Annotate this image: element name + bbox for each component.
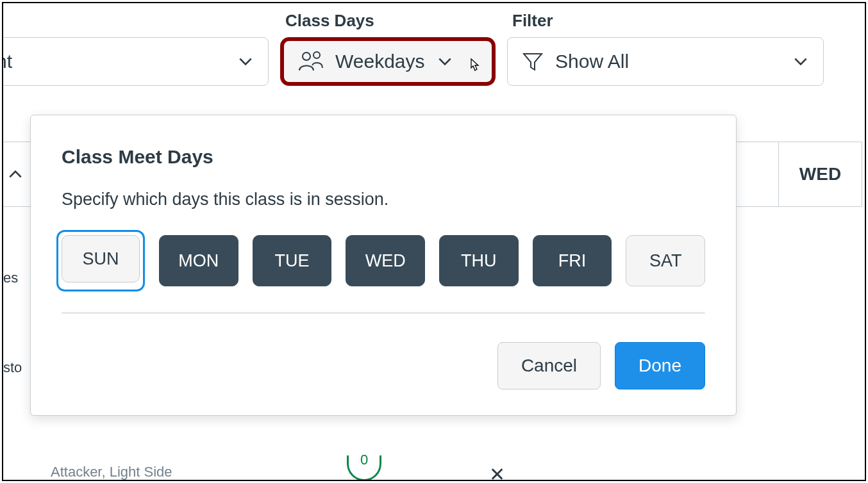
day-toggle-tue[interactable]: TUE xyxy=(253,235,332,286)
svg-point-1 xyxy=(313,52,320,58)
day-toggle-fri[interactable]: FRI xyxy=(533,235,612,286)
popover-title: Class Meet Days xyxy=(62,146,705,168)
table-row: Attacker, Light Side xyxy=(42,461,747,481)
day-toggle-row: SUN MON TUE WED THU FRI SAT xyxy=(62,235,705,286)
popover-description: Specify which days this class is in sess… xyxy=(62,190,705,209)
divider xyxy=(62,312,705,314)
chevron-down-icon xyxy=(237,53,254,70)
filter-dropdown[interactable]: Show All xyxy=(507,37,824,86)
student-column: ident xyxy=(2,11,269,86)
chevron-down-icon xyxy=(437,53,453,70)
attendance-absent-icon: ✕ xyxy=(489,463,505,481)
people-icon xyxy=(298,50,324,73)
table-row-fragment: es xyxy=(3,270,18,286)
student-dropdown[interactable]: ident xyxy=(2,37,269,86)
day-toggle-wed[interactable]: WED xyxy=(346,235,425,286)
done-button[interactable]: Done xyxy=(615,342,705,389)
class-days-value: Weekdays xyxy=(335,51,425,72)
filter-header: Filter xyxy=(507,11,824,31)
toolbar: ident Class Days Weekdays Fi xyxy=(2,3,865,86)
day-toggle-thu[interactable]: THU xyxy=(439,235,519,286)
cancel-button[interactable]: Cancel xyxy=(497,342,601,389)
day-toggle-sun[interactable]: SUN xyxy=(62,235,140,282)
cursor-pointer-icon xyxy=(465,56,485,77)
app-frame: WED es sto Attacker, Light Side 0 ✕ iden… xyxy=(2,2,866,481)
filter-value: Show All xyxy=(555,51,781,72)
sort-up-icon[interactable] xyxy=(7,166,24,183)
popover-actions: Cancel Done xyxy=(62,342,705,389)
class-meet-days-popover: Class Meet Days Specify which days this … xyxy=(30,115,737,416)
day-toggle-mon[interactable]: MON xyxy=(159,235,238,286)
funnel-icon xyxy=(522,51,544,72)
chevron-down-icon xyxy=(792,53,809,70)
class-days-dropdown[interactable]: Weekdays xyxy=(280,37,496,86)
class-days-column: Class Days Weekdays xyxy=(280,11,496,86)
day-toggle-sat[interactable]: SAT xyxy=(626,235,705,286)
column-header-wed[interactable]: WED xyxy=(778,142,862,206)
student-name: Attacker, Light Side xyxy=(51,464,172,480)
day-focus-ring: SUN xyxy=(56,230,145,291)
student-dropdown-label: ident xyxy=(2,51,226,72)
table-row-fragment: sto xyxy=(3,359,22,376)
filter-column: Filter Show All xyxy=(507,11,824,86)
svg-point-0 xyxy=(303,53,310,60)
student-header xyxy=(2,11,269,31)
class-days-header: Class Days xyxy=(280,11,496,31)
